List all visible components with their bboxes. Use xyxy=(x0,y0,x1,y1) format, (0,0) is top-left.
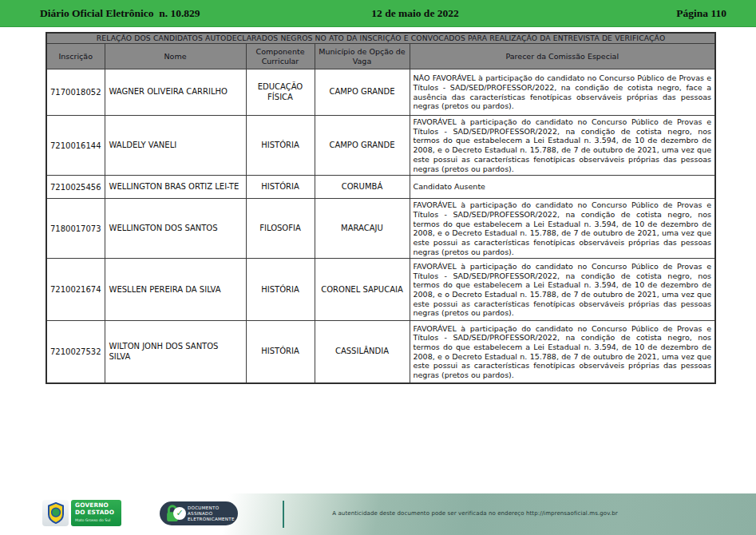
state-government-label: GOVERNO DO ESTADO Mato Grosso do Sul xyxy=(71,500,121,526)
cell-nome: WESLLEN PEREIRA DA SILVA xyxy=(105,259,246,321)
masthead: Diário Oficial Eletrônico n. 10.829 12 d… xyxy=(0,0,756,27)
state-government-logo: GOVERNO DO ESTADO Mato Grosso do Sul xyxy=(42,500,121,526)
cell-parecer: FAVORÁVEL à participação do candidato no… xyxy=(410,321,715,383)
candidates-table: RELAÇÃO DOS CANDIDATOS AUTODECLARADOS NE… xyxy=(46,32,716,384)
cell-inscricao: 7180017073 xyxy=(46,199,105,259)
column-header-componente: Componente Curricular xyxy=(246,44,315,69)
badge-line1: DOCUMENTO xyxy=(188,505,235,511)
cell-inscricao: 7210025456 xyxy=(46,176,105,199)
table-row: 7210025456 WELLINGTON BRAS ORTIZ LEI-TE … xyxy=(46,176,715,199)
cell-nome: WELLINGTON BRAS ORTIZ LEI-TE xyxy=(105,176,246,199)
cell-municipio: CAMPO GRANDE xyxy=(315,69,410,116)
table-row: 7180017073 WELLINGTON DOS SANTOS FILOSOF… xyxy=(46,199,715,259)
table-row: 7170018052 WAGNER OLIVEIRA CARRILHO EDUC… xyxy=(46,69,715,116)
page-number: Página 110 xyxy=(676,0,726,26)
table-row: 7210027532 WILTON JONH DOS SANTOS SILVA … xyxy=(46,321,715,383)
cell-parecer: NÃO FAVORÁVEL à participação do candidat… xyxy=(410,69,715,116)
cell-componente: EDUCAÇÃO FÍSICA xyxy=(246,69,315,116)
cell-componente: HISTÓRIA xyxy=(246,259,315,321)
candidates-body: 7170018052 WAGNER OLIVEIRA CARRILHO EDUC… xyxy=(46,69,715,383)
gov-line2: DO ESTADO xyxy=(75,509,117,517)
cell-componente: FILOSOFIA xyxy=(246,199,315,259)
authenticity-note: A autenticidade deste documento pode ser… xyxy=(303,510,647,517)
column-header-municipio: Município de Opção de Vaga xyxy=(315,44,410,69)
table-header-row: Inscrição Nome Componente Curricular Mun… xyxy=(46,44,715,69)
cell-inscricao: 7210027532 xyxy=(46,321,105,383)
table-title: RELAÇÃO DOS CANDIDATOS AUTODECLARADOS NE… xyxy=(46,33,715,44)
cell-municipio: CORONEL SAPUCAIA xyxy=(315,259,410,321)
gov-line3: Mato Grosso do Sul xyxy=(75,518,117,522)
cell-componente: HISTÓRIA xyxy=(246,321,315,383)
cell-parecer: FAVORÁVEL à participação do candidato no… xyxy=(410,199,715,259)
column-header-inscricao: Inscrição xyxy=(46,44,105,69)
table-row: 7210021674 WESLLEN PEREIRA DA SILVA HIST… xyxy=(46,259,715,321)
table-row: 7210016144 WALDELY VANELI HISTÓRIA CAMPO… xyxy=(46,116,715,176)
cell-inscricao: 7170018052 xyxy=(46,69,105,116)
cell-municipio: CAMPO GRANDE xyxy=(315,116,410,176)
journal-title: Diário Oficial Eletrônico n. 10.829 xyxy=(40,0,200,26)
cell-municipio: MARACAJU xyxy=(315,199,410,259)
cell-municipio: CORUMBÁ xyxy=(315,176,410,199)
lock-icon: ✓ xyxy=(164,504,184,523)
column-header-parecer: Parecer da Comissão Especial xyxy=(410,44,715,69)
issue-date: 12 de maio de 2022 xyxy=(371,0,459,26)
cell-componente: HISTÓRIA xyxy=(246,116,315,176)
cell-parecer: FAVORÁVEL à participação do candidato no… xyxy=(410,259,715,321)
cell-parecer: Candidato Ausente xyxy=(410,176,715,199)
check-icon: ✓ xyxy=(173,507,186,520)
cell-inscricao: 7210016144 xyxy=(46,116,105,176)
cell-nome: WILTON JONH DOS SANTOS SILVA xyxy=(105,321,246,383)
gazette-page: { "header": { "journal_title": "Diário O… xyxy=(0,0,756,535)
cell-nome: WELLINGTON DOS SANTOS xyxy=(105,199,246,259)
state-coat-of-arms-icon xyxy=(42,500,69,526)
cell-nome: WALDELY VANELI xyxy=(105,116,246,176)
signed-badge-label: DOCUMENTO ASSINADO ELETRONICAMENTE xyxy=(188,505,235,522)
cell-parecer: FAVORÁVEL à participação do candidato no… xyxy=(410,116,715,176)
column-header-nome: Nome xyxy=(105,44,246,69)
cell-componente: HISTÓRIA xyxy=(246,176,315,199)
footer-divider xyxy=(283,501,284,528)
cell-municipio: CASSILÂNDIA xyxy=(315,321,410,383)
cell-nome: WAGNER OLIVEIRA CARRILHO xyxy=(105,69,246,116)
badge-line2: ASSINADO xyxy=(188,511,235,517)
electronically-signed-badge: ✓ DOCUMENTO ASSINADO ELETRONICAMENTE xyxy=(160,501,238,525)
table-title-row: RELAÇÃO DOS CANDIDATOS AUTODECLARADOS NE… xyxy=(46,33,715,44)
cell-inscricao: 7210021674 xyxy=(46,259,105,321)
badge-line3: ELETRONICAMENTE xyxy=(188,517,235,522)
